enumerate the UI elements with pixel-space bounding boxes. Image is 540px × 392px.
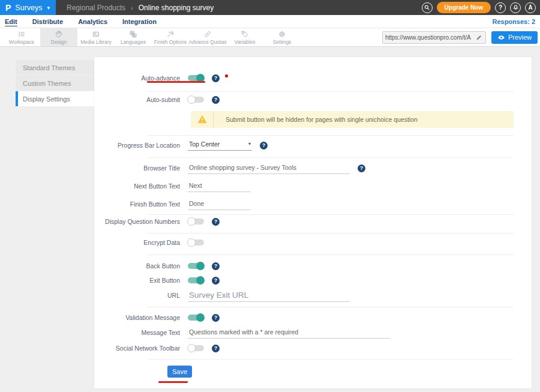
encrypt-data-toggle[interactable]	[188, 240, 204, 246]
questionpro-logo: P	[5, 4, 11, 12]
exit-url-input[interactable]	[188, 289, 350, 302]
social-network-toolbar-toggle[interactable]	[188, 345, 204, 351]
magic-wand-icon	[166, 30, 175, 38]
tag-icon	[241, 30, 249, 38]
annotation-underline-save	[158, 381, 188, 383]
top-bar: P Surveys ▾ Regional Products › Online s…	[0, 0, 540, 15]
responses-count-link[interactable]: Responses: 2	[492, 18, 535, 25]
languages-icon	[129, 30, 137, 38]
exit-button-row: Exit Button ?	[94, 276, 220, 285]
toggle-knob	[187, 217, 196, 226]
help-button[interactable]: ?	[495, 2, 506, 13]
browser-title-help-icon[interactable]: ?	[358, 164, 365, 172]
display-question-numbers-toggle[interactable]	[188, 219, 204, 225]
nav-tab-integration[interactable]: Integration	[122, 18, 157, 25]
design-toolbar: Workspace Design Media Library Languages…	[0, 28, 540, 47]
message-text-row: Message Text	[94, 328, 390, 337]
annotation-underline	[147, 81, 205, 83]
back-button-help-icon[interactable]: ?	[212, 262, 220, 270]
tab-variables[interactable]: Variables	[226, 28, 263, 46]
sidebar-item-standard-themes[interactable]: Standard Themes	[16, 60, 94, 75]
exit-button-label: Exit Button	[94, 277, 180, 284]
exit-button-help-icon[interactable]: ?	[212, 277, 220, 285]
media-library-icon	[92, 30, 100, 38]
nav-tab-distribute[interactable]: Distribute	[32, 18, 63, 25]
warning-triangle-icon	[197, 114, 208, 125]
tab-design[interactable]: Design	[40, 28, 77, 46]
tab-languages[interactable]: Languages	[115, 28, 152, 46]
divider	[147, 91, 514, 92]
tab-advance-quotas[interactable]: Advance Quotas	[189, 28, 226, 46]
workspace-icon	[17, 30, 26, 38]
notifications-button[interactable]	[510, 2, 521, 13]
themes-sidebar: Standard Themes Custom Themes Display Se…	[16, 60, 94, 107]
tab-finish-options[interactable]: Finish Options	[152, 28, 189, 46]
auto-submit-toggle[interactable]	[188, 97, 204, 103]
search-icon	[424, 4, 430, 11]
submit-hidden-warning: Submit button will be hidden for pages w…	[191, 111, 514, 128]
back-button-row: Back Button ?	[94, 261, 220, 271]
message-text-input[interactable]	[188, 327, 390, 339]
survey-nav: Edit Distribute Analytics Integration Re…	[0, 15, 540, 28]
divider	[147, 359, 514, 360]
nav-tab-analytics[interactable]: Analytics	[78, 18, 107, 25]
browser-title-input[interactable]	[188, 163, 350, 174]
preview-button[interactable]: Preview	[491, 31, 538, 44]
progress-bar-location-select[interactable]: Top Center ▾	[188, 140, 252, 151]
survey-url-box	[382, 31, 486, 44]
back-button-toggle[interactable]	[188, 263, 204, 269]
divider	[147, 214, 514, 215]
product-switcher[interactable]: P Surveys ▾	[0, 0, 56, 15]
nav-tab-edit[interactable]: Edit	[5, 18, 17, 25]
toggle-knob	[196, 262, 205, 270]
toggle-knob	[187, 95, 196, 104]
tab-settings[interactable]: Settings	[263, 28, 301, 46]
display-question-numbers-help-icon[interactable]: ?	[212, 218, 220, 226]
validation-message-toggle[interactable]	[188, 315, 204, 321]
browser-title-label: Browser Title	[94, 164, 180, 172]
next-button-text-row: Next Button Text	[94, 181, 251, 191]
message-text-label: Message Text	[94, 329, 180, 336]
sidebar-item-display-settings[interactable]: Display Settings	[16, 91, 94, 106]
auto-advance-toggle[interactable]	[188, 75, 204, 81]
pencil-icon	[476, 34, 482, 41]
progress-bar-help-icon[interactable]: ?	[260, 142, 268, 149]
toggle-knob	[187, 344, 196, 352]
breadcrumb-parent[interactable]: Regional Products	[67, 4, 125, 12]
auto-advance-help-icon[interactable]: ?	[212, 74, 220, 82]
tab-workspace[interactable]: Workspace	[3, 28, 40, 46]
selected-option: Top Center	[189, 140, 220, 148]
finish-button-text-input[interactable]	[188, 199, 251, 210]
validation-message-help-icon[interactable]: ?	[212, 314, 220, 322]
auto-submit-row: Auto-submit ?	[94, 95, 220, 104]
finish-button-text-row: Finish Button Text	[94, 199, 251, 209]
divider	[147, 157, 514, 158]
back-button-label: Back Button	[94, 262, 180, 270]
search-button[interactable]	[422, 2, 433, 13]
content-area: Standard Themes Custom Themes Display Se…	[0, 47, 540, 392]
annotation-dot	[225, 74, 228, 77]
display-question-numbers-label: Display Question Numbers	[94, 218, 180, 225]
warning-text: Submit button will be hidden for pages w…	[214, 116, 418, 123]
save-button[interactable]: Save	[167, 366, 192, 378]
validation-message-row: Validation Message ?	[94, 313, 220, 322]
sidebar-item-custom-themes[interactable]: Custom Themes	[16, 76, 94, 91]
eye-icon	[497, 34, 505, 41]
auto-submit-help-icon[interactable]: ?	[212, 96, 220, 104]
social-network-toolbar-row: Social Network Toolbar ?	[94, 343, 220, 353]
upgrade-now-button[interactable]: Upgrade Now	[437, 2, 491, 13]
avatar[interactable]: A	[525, 2, 536, 13]
survey-url-input[interactable]	[383, 34, 473, 41]
social-network-toolbar-help-icon[interactable]: ?	[212, 345, 220, 352]
exit-button-toggle[interactable]	[188, 277, 204, 283]
display-settings-panel: Auto-advance ? Auto-submit ? Submit butt…	[94, 57, 532, 388]
tab-media-library[interactable]: Media Library	[77, 28, 115, 46]
edit-url-button[interactable]	[473, 32, 485, 43]
chevron-down-icon: ▾	[47, 5, 50, 11]
select-caret-icon: ▾	[248, 141, 251, 146]
next-button-text-input[interactable]	[188, 181, 251, 192]
finish-button-text-label: Finish Button Text	[94, 201, 180, 208]
exit-url-row: URL	[94, 289, 350, 301]
chain-links-icon	[203, 30, 212, 38]
auto-submit-label: Auto-submit	[94, 96, 180, 103]
